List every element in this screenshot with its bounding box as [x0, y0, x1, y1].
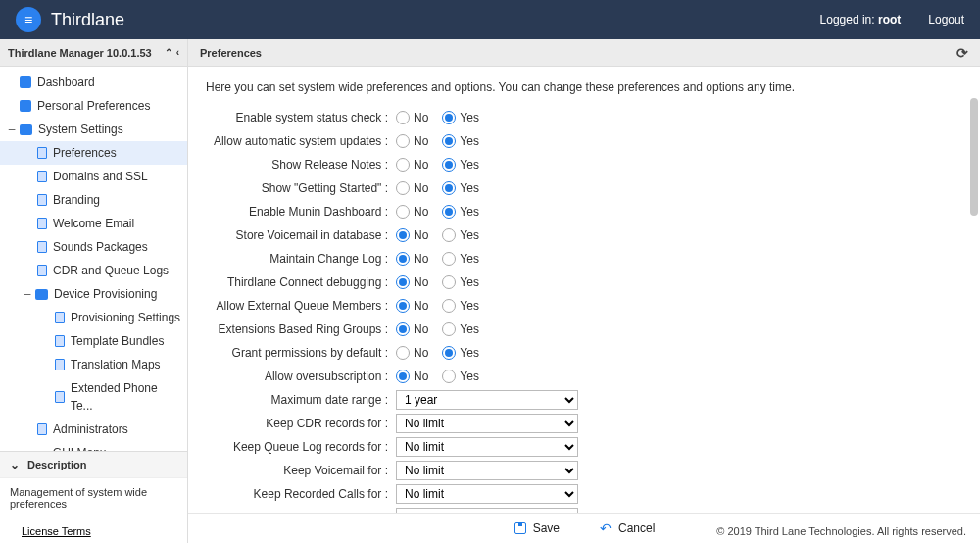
radio-no[interactable]: No	[396, 275, 428, 289]
label: Show "Getting Started" :	[206, 181, 388, 195]
brand-name: Thirdlane	[51, 10, 124, 30]
radio-no[interactable]: No	[396, 299, 428, 313]
save-button[interactable]: Save	[514, 521, 560, 535]
radio-no[interactable]: No	[396, 252, 428, 266]
refresh-icon[interactable]: ⟳	[956, 45, 968, 61]
sidebar-title: Thirdlane Manager 10.0.1.53	[8, 47, 152, 59]
nav-welcome-email[interactable]: Welcome Email	[0, 212, 187, 235]
logout-link[interactable]: Logout	[928, 13, 964, 26]
cancel-button[interactable]: ↶ Cancel	[599, 521, 655, 535]
nav-personal-prefs[interactable]: Personal Preferences	[0, 94, 187, 118]
nav-provisioning-settings[interactable]: Provisioning Settings	[0, 306, 187, 329]
dashboard-icon	[20, 76, 31, 88]
row-keep-cdr: Keep CDR records for :No limit	[206, 414, 962, 433]
row-ext-queue: Allow External Queue Members :NoYes	[206, 296, 962, 316]
scrollbar-thumb[interactable]	[970, 98, 978, 216]
page-icon	[55, 391, 65, 403]
logo-icon: ≡	[16, 7, 41, 32]
radio-yes[interactable]: Yes	[442, 111, 479, 124]
select-keep-calls[interactable]: No limit	[396, 484, 578, 504]
radio-no[interactable]: No	[396, 370, 428, 383]
radio-no[interactable]: No	[396, 181, 428, 195]
radio-yes[interactable]: Yes	[442, 205, 479, 219]
radio-yes[interactable]: Yes	[442, 299, 479, 313]
copyright: © 2019 Third Lane Technologies. All righ…	[716, 525, 966, 537]
row-keep-calls: Keep Recorded Calls for :No limit	[206, 484, 962, 504]
radio-yes[interactable]: Yes	[442, 158, 479, 172]
label: Extensions Based Ring Groups :	[206, 322, 388, 336]
nav-translation-maps[interactable]: Translation Maps	[0, 353, 187, 376]
sidebar: Thirdlane Manager 10.0.1.53 ⌃ ‹ Dashboar…	[0, 39, 188, 543]
row-ring-groups: Extensions Based Ring Groups :NoYes	[206, 320, 962, 339]
row-getting-started: Show "Getting Started" :NoYes	[206, 178, 962, 198]
nav-sounds-packages[interactable]: Sounds Packages	[0, 235, 187, 259]
sidebar-header: Thirdlane Manager 10.0.1.53 ⌃ ‹	[0, 39, 187, 67]
nav-administrators[interactable]: Administrators	[0, 418, 187, 441]
nav-dashboard[interactable]: Dashboard	[0, 71, 187, 94]
nav-domains-ssl[interactable]: Domains and SSL	[0, 165, 187, 188]
license-link[interactable]: License Terms	[22, 525, 91, 537]
folder-icon	[20, 124, 32, 135]
page-icon	[37, 147, 47, 159]
select-max-date[interactable]: 1 year	[396, 390, 578, 410]
radio-yes[interactable]: Yes	[442, 346, 479, 360]
collapse-up-icon[interactable]: ⌃	[165, 47, 172, 58]
description-toggle[interactable]: ⌄ Description	[0, 451, 187, 477]
radio-yes[interactable]: Yes	[442, 181, 479, 195]
select-keep-change[interactable]: No limit	[396, 508, 578, 513]
label: Maximum date range :	[206, 393, 388, 407]
label: Grant permissions by default :	[206, 346, 388, 360]
label: Show Release Notes :	[206, 158, 388, 172]
label: Keep Recorded Calls for :	[206, 487, 388, 501]
select-keep-queue[interactable]: No limit	[396, 437, 578, 457]
nav-tree[interactable]: Dashboard Personal Preferences –System S…	[0, 67, 187, 451]
radio-no[interactable]: No	[396, 346, 428, 360]
radio-no[interactable]: No	[396, 158, 428, 172]
row-auto-updates: Allow automatic system updates :NoYes	[206, 131, 962, 151]
nav-gui-menu[interactable]: GUI Menu Customization	[0, 441, 187, 451]
nav-preferences[interactable]: Preferences	[0, 141, 187, 165]
nav-system-settings[interactable]: –System Settings	[0, 118, 187, 141]
content-scroll[interactable]: Here you can set system wide preferences…	[188, 67, 980, 513]
undo-icon: ↶	[599, 521, 612, 535]
row-store-vm: Store Voicemail in database :NoYes	[206, 225, 962, 245]
label: Keep Change Log records for :	[206, 511, 388, 513]
nav-extended-phone[interactable]: Extended Phone Te...	[0, 376, 187, 418]
radio-yes[interactable]: Yes	[442, 252, 479, 266]
label: Store Voicemail in database :	[206, 228, 388, 242]
row-status-check: Enable system status check :NoYes	[206, 108, 962, 127]
collapse-left-icon[interactable]: ‹	[176, 47, 179, 58]
row-max-date: Maximum date range :1 year	[206, 390, 962, 410]
radio-yes[interactable]: Yes	[442, 134, 479, 148]
select-keep-vm[interactable]: No limit	[396, 461, 578, 480]
scrollbar[interactable]	[970, 98, 978, 466]
row-grant-perm: Grant permissions by default :NoYes	[206, 343, 962, 363]
row-oversub: Allow oversubscription :NoYes	[206, 367, 962, 386]
radio-no[interactable]: No	[396, 228, 428, 242]
row-keep-change: Keep Change Log records for :No limit	[206, 508, 962, 513]
radio-no[interactable]: No	[396, 111, 428, 124]
save-icon	[514, 521, 527, 535]
radio-yes[interactable]: Yes	[442, 370, 479, 383]
radio-yes[interactable]: Yes	[442, 322, 479, 336]
minus-icon[interactable]: –	[22, 285, 33, 303]
label: Thirdlane Connect debugging :	[206, 275, 388, 289]
page-icon	[37, 241, 47, 253]
radio-no[interactable]: No	[396, 322, 428, 336]
description-text: Management of system wide preferences	[0, 477, 187, 519]
radio-yes[interactable]: Yes	[442, 275, 479, 289]
nav-template-bundles[interactable]: Template Bundles	[0, 329, 187, 353]
minus-icon[interactable]: –	[6, 121, 18, 138]
nav-device-provisioning[interactable]: –Device Provisioning	[0, 282, 187, 306]
select-keep-cdr[interactable]: No limit	[396, 414, 578, 433]
page-icon	[37, 265, 47, 276]
radio-no[interactable]: No	[396, 205, 428, 219]
topbar: ≡ Thirdlane Logged in: root Logout	[0, 0, 980, 39]
radio-no[interactable]: No	[396, 134, 428, 148]
page-icon	[37, 194, 47, 206]
label: Keep Queue Log records for :	[206, 440, 388, 454]
nav-cdr-queue-logs[interactable]: CDR and Queue Logs	[0, 259, 187, 282]
nav-branding[interactable]: Branding	[0, 188, 187, 212]
radio-yes[interactable]: Yes	[442, 228, 479, 242]
row-connect-debug: Thirdlane Connect debugging :NoYes	[206, 272, 962, 292]
